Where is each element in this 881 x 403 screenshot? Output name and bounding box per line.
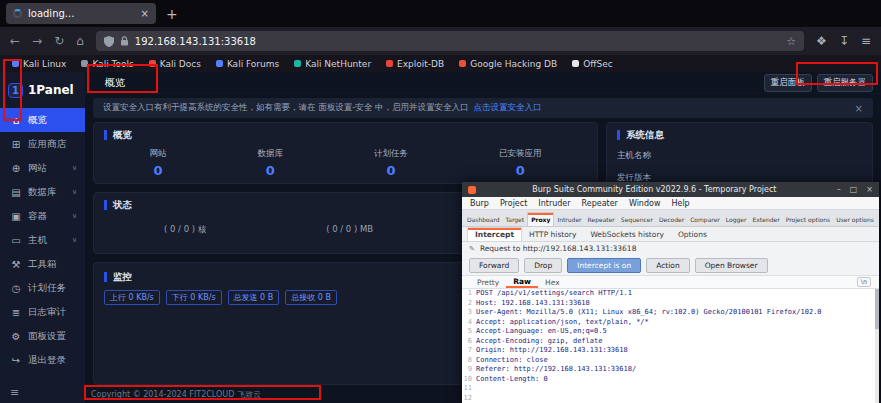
burp-menu-help[interactable]: Help (671, 199, 689, 208)
monitor-chip-upload[interactable]: 上行 0 KB/s (104, 290, 160, 305)
burp-menu-repeater[interactable]: Repeater (582, 199, 618, 208)
sidebar-item-database[interactable]: ▤ 数据库 ∨ (0, 180, 85, 204)
back-icon[interactable]: ← (10, 34, 20, 48)
monitor-chip-download[interactable]: 下行 0 KB/s (166, 290, 222, 305)
burp-tab-proxy[interactable]: Proxy (527, 212, 554, 226)
burp-tab-intruder[interactable]: Intruder (554, 213, 584, 226)
burp-subtab-http-history[interactable]: HTTP history (522, 228, 583, 241)
action-button[interactable]: Action (646, 258, 690, 273)
stat-websites[interactable]: 网站 0 (150, 148, 167, 178)
overview-card: 概览 网站 0 数据库 0 计划任务 (93, 122, 598, 184)
stat-databases[interactable]: 数据库 0 (258, 148, 284, 178)
url-bar[interactable]: 192.168.143.131:33618 ☆ (96, 31, 804, 51)
sidebar-collapse-icon[interactable]: ≡ (10, 386, 19, 399)
burp-menu-burp[interactable]: Burp (470, 199, 489, 208)
notice-close-icon[interactable]: × (855, 103, 863, 114)
newline-toggle[interactable]: \n (857, 277, 871, 287)
shield-icon[interactable] (104, 36, 114, 47)
bookmark-kali-nethunter[interactable]: Kali NetHunter (294, 59, 371, 69)
drop-button[interactable]: Drop (524, 258, 562, 273)
chevron-down-icon: ∨ (72, 188, 77, 196)
restart-panel-button[interactable]: 重启面板 (764, 74, 812, 92)
burp-tab-project-options[interactable]: Project options (783, 213, 834, 226)
scrollbar[interactable] (875, 289, 879, 403)
request-to-text: Request to http://192.168.143.131:33618 (480, 244, 637, 253)
stat-installed-apps[interactable]: 已安装应用 0 (499, 148, 542, 178)
menu-icon[interactable]: ≡ (861, 34, 871, 48)
sidebar-item-logout[interactable]: ↪ 退出登录 (0, 348, 85, 372)
burp-menu-window[interactable]: Window (629, 199, 661, 208)
extensions-icon[interactable]: ❖ (816, 34, 827, 48)
burp-tab-extender[interactable]: Extender (750, 213, 783, 226)
monitor-chip-total-sent[interactable]: 总发送 0 B (228, 290, 280, 305)
forward-button[interactable]: Forward (469, 258, 519, 273)
maximize-icon[interactable]: □ (850, 185, 858, 194)
tab-close-icon[interactable]: × (141, 8, 149, 19)
burp-tab-decoder[interactable]: Decoder (656, 213, 687, 226)
url-text[interactable]: 192.168.143.131:33618 (135, 36, 780, 47)
burp-tab-target[interactable]: Target (503, 213, 528, 226)
open-browser-button[interactable]: Open Browser (695, 258, 768, 273)
bookmark-kali-linux[interactable]: Kali Linux (12, 59, 66, 69)
downloads-icon[interactable]: ↧ (839, 34, 849, 48)
bookmark-label: Kali Docs (160, 59, 201, 69)
burp-subtab-websockets-history[interactable]: WebSockets history (583, 228, 671, 241)
burp-tab-sequencer[interactable]: Sequencer (618, 213, 656, 226)
burp-tab-logger[interactable]: Logger (723, 213, 750, 226)
burp-subtab-intercept[interactable]: Intercept (467, 227, 522, 241)
restart-server-button[interactable]: 重启服务器 (817, 74, 874, 92)
chevron-down-icon: ∨ (72, 212, 77, 220)
copyright-text: Copyright © 2014-2024 FIT2CLOUD 飞致云 (91, 389, 261, 400)
favicon (386, 60, 393, 67)
home-icon[interactable]: ⌂ (76, 34, 84, 48)
request-line: Content-Length: 0 (476, 375, 548, 385)
editor-tab-pretty[interactable]: Pretty (470, 278, 506, 287)
stat-label: 计划任务 (374, 148, 408, 160)
minimize-icon[interactable]: – (837, 185, 841, 194)
close-icon[interactable]: × (866, 185, 873, 194)
forward-icon[interactable]: → (32, 34, 42, 48)
reload-icon[interactable]: ↻ (54, 34, 64, 48)
lock-icon[interactable] (120, 36, 129, 46)
monitor-chip-total-received[interactable]: 总接收 0 B (285, 290, 337, 305)
burp-tab-user-options[interactable]: User options (833, 213, 877, 226)
burp-menu-intruder[interactable]: Intruder (538, 199, 570, 208)
bookmark-kali-forums[interactable]: Kali Forums (216, 59, 279, 69)
bookmark-google-hacking-db[interactable]: Google Hacking DB (459, 59, 557, 69)
sidebar-item-app-store[interactable]: ⊞ 应用商店 (0, 132, 85, 156)
burp-subtab-options[interactable]: Options (671, 228, 714, 241)
burp-menu-project[interactable]: Project (500, 199, 527, 208)
sidebar-item-label: 应用商店 (28, 138, 77, 151)
sidebar-item-website[interactable]: ⊕ 网站 ∨ (0, 156, 85, 180)
burp-tab-dashboard[interactable]: Dashboard (464, 213, 503, 226)
burp-tab-comparer[interactable]: Comparer (687, 213, 723, 226)
tab-overview[interactable]: 概览 (93, 76, 137, 90)
burp-title-bar[interactable]: Burp Suite Community Edition v2022.9.6 -… (462, 182, 879, 197)
stat-cron-jobs[interactable]: 计划任务 0 (374, 148, 408, 178)
burp-tab-repeater[interactable]: Repeater (585, 213, 618, 226)
sidebar-item-settings[interactable]: ⚙ 面板设置 (0, 324, 85, 348)
sidebar-item-toolbox[interactable]: ⚒ 工具箱 (0, 252, 85, 276)
status-memory: ( 0 / 0 ) MB (326, 224, 373, 236)
bookmark-offsec[interactable]: OffSec (572, 59, 612, 69)
sidebar-item-container[interactable]: ▣ 容器 ∨ (0, 204, 85, 228)
burp-window-title: Burp Suite Community Edition v2022.9.6 -… (481, 185, 828, 194)
sidebar-item-cron[interactable]: ◷ 计划任务 (0, 276, 85, 300)
bookmark-kali-docs[interactable]: Kali Docs (149, 59, 201, 69)
sidebar-item-overview[interactable]: ⌂ 概览 (0, 108, 85, 132)
bookmark-star-icon[interactable]: ☆ (786, 35, 796, 48)
intercept-toggle-button[interactable]: Intercept is on (567, 258, 641, 273)
editor-tab-hex[interactable]: Hex (538, 278, 567, 287)
burp-request-editor[interactable]: 1POST /api/v1/settings/search HTTP/1.1 2… (462, 289, 879, 403)
bookmark-exploit-db[interactable]: Exploit-DB (386, 59, 444, 69)
sidebar-item-logs[interactable]: ≣ 日志审计 (0, 300, 85, 324)
bookmark-kali-tools[interactable]: Kali Tools (81, 59, 133, 69)
scrollbar-thumb[interactable] (875, 289, 879, 329)
new-tab-button[interactable]: + (166, 6, 178, 22)
editor-tab-raw[interactable]: Raw (506, 277, 538, 288)
sidebar-item-host[interactable]: ▭ 主机 ∨ (0, 228, 85, 252)
notice-link[interactable]: 点击设置安全入口 (473, 102, 541, 114)
stat-label: 数据库 (258, 148, 284, 160)
browser-tab[interactable]: loading... × (6, 3, 156, 24)
request-line: Connection: close (476, 356, 548, 366)
